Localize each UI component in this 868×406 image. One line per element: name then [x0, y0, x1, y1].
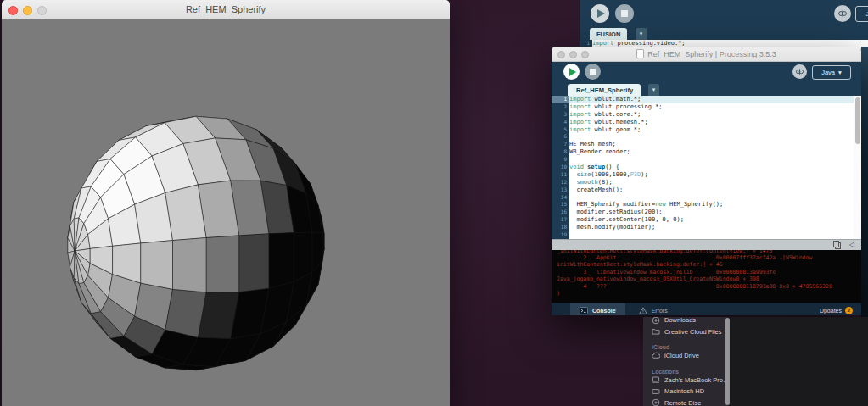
close-button[interactable] [8, 6, 18, 15]
sidebar-item-icloud-drive[interactable]: iCloud Drive [643, 350, 728, 362]
minimize-button[interactable] [569, 51, 577, 58]
line-number: 16 [552, 209, 569, 216]
tab-label: Ref_HEM_Spherify [576, 86, 633, 94]
warning-icon [639, 307, 647, 314]
close-button[interactable] [557, 51, 565, 58]
line-number: 15 [552, 201, 569, 209]
finder-sidebar-list: DownloadsCreative Cloud FilesiCloudiClou… [643, 317, 728, 406]
collapse-console-icon[interactable]: ◁ [849, 240, 854, 250]
message-strip: ◁ [552, 239, 861, 250]
code-line: WB_Render render; [569, 148, 861, 156]
console-output[interactable]: _initWithContentRect:styleMask:backing:d… [552, 250, 861, 303]
run-button[interactable] [563, 64, 580, 80]
code-area[interactable]: import wblut.math.*;import wblut.process… [569, 96, 861, 239]
updates-indicator[interactable]: Updates 2 [820, 303, 853, 315]
debugger-button[interactable] [834, 5, 851, 22]
line-number: 17 [552, 216, 569, 224]
line-number: 12 [552, 179, 569, 186]
code-editor[interactable]: 12345678910111213141516171819 import wbl… [552, 96, 861, 239]
sketch-titlebar[interactable]: Ref_HEM_Spherify [2, 0, 450, 19]
code-line: smooth(8); [569, 179, 861, 186]
console-text: _initWithContentRect:styleMask:backing:d… [552, 250, 861, 297]
line-number: 7 [552, 141, 569, 148]
line-number: 13 [552, 186, 569, 194]
line-number: 6 [552, 133, 569, 141]
tab-fusion[interactable]: FUSION [590, 28, 627, 40]
sidebar-item-macintosh-hd[interactable]: Macintosh HD [643, 386, 728, 398]
ide-window-title: Ref_HEM_Spherify | Processing 3.5.3 [647, 50, 776, 58]
sphere-render [2, 19, 450, 406]
line-number: 9 [552, 156, 569, 164]
minimize-button[interactable] [23, 6, 32, 15]
sidebar-item-label: Zach's MacBook Pro… [664, 376, 728, 384]
code-line [569, 133, 861, 141]
line-number: 8 [552, 148, 569, 156]
sidebar-section-header: Locations [643, 365, 728, 375]
code-line: import wblut.geom.*; [569, 126, 861, 134]
sidebar-item-label: Macintosh HD [664, 387, 704, 395]
disc-icon [652, 398, 660, 406]
line-number: 2 [552, 103, 569, 111]
copy-icon[interactable] [835, 242, 841, 249]
sidebar-scrollbar[interactable] [725, 318, 730, 405]
tab-ref-hem-spherify[interactable]: Ref_HEM_Spherify [568, 84, 641, 96]
line-number-gutter: 12345678910111213141516171819 [552, 96, 569, 239]
processing-ide-window: Ref_HEM_Spherify | Processing 3.5.3 Java… [552, 47, 861, 315]
tab-errors[interactable]: Errors [639, 307, 668, 314]
sketch-canvas [2, 19, 450, 406]
mode-label: Java [821, 69, 835, 76]
code-line: size(1000,1000,P3D); [569, 171, 861, 179]
sidebar-item-remote-disc[interactable]: Remote Disc [643, 398, 728, 406]
ide-footer: Console Errors Updates 2 [552, 303, 861, 315]
cloud-icon [652, 352, 660, 360]
debugger-bug-icon [795, 67, 804, 76]
screen: Java▾ FUSION ▾ 12 import processing.vide… [0, 0, 868, 406]
download-icon [652, 317, 660, 325]
chevron-down-icon: ▾ [640, 31, 643, 37]
code-line [569, 231, 861, 239]
code-line: import wblut.processing.*; [569, 103, 861, 111]
run-button[interactable] [591, 4, 609, 23]
debugger-button[interactable] [792, 64, 807, 79]
debugger-bug-icon [837, 8, 848, 19]
ide-tabstrip: Ref_HEM_Spherify ▾ [552, 81, 861, 96]
finder-sidebar[interactable]: DownloadsCreative Cloud FilesiCloudiClou… [643, 317, 728, 406]
code-line: HE_Mesh mesh; [569, 141, 861, 148]
finder-window: DownloadsCreative Cloud FilesiCloudiClou… [643, 317, 868, 406]
tab-menu-button[interactable]: ▾ [636, 28, 647, 40]
code-line: createMesh(); [569, 186, 861, 194]
window-shadow-strip [861, 47, 868, 317]
editor-scrollbar[interactable] [854, 96, 861, 239]
tab-menu-button[interactable]: ▾ [648, 84, 659, 96]
mode-selector-button[interactable]: Java▾ [812, 65, 851, 80]
code-line: import wblut.math.*; [569, 96, 861, 103]
ide-titlebar[interactable]: Ref_HEM_Spherify | Processing 3.5.3 [552, 47, 861, 62]
sidebar-section-header: iCloud [643, 341, 728, 350]
line-number: 10 [552, 164, 569, 171]
code-line: mesh.modify(modifier); [569, 224, 861, 231]
tab-label: FUSION [596, 31, 620, 38]
sketch-window: Ref_HEM_Spherify [2, 0, 450, 406]
line-number: 14 [552, 194, 569, 202]
window-controls [557, 51, 589, 58]
console-icon [580, 307, 588, 314]
chevron-down-icon: ▾ [838, 69, 842, 76]
code-line: import wblut.core.*; [569, 111, 861, 119]
sidebar-item-zach-s-macbook-pro-[interactable]: Zach's MacBook Pro… [643, 375, 728, 387]
errors-tab-label: Errors [652, 308, 668, 314]
code-line: modifier.setCenter(100, 0, 0); [569, 216, 861, 224]
mode-selector-button[interactable]: Java▾ [855, 6, 868, 22]
console-tab-label: Console [592, 308, 616, 314]
tab-console[interactable]: Console [570, 303, 625, 315]
scrollbar-thumb[interactable] [855, 97, 860, 144]
folder-icon [652, 327, 660, 336]
sidebar-item-downloads[interactable]: Downloads [643, 317, 728, 326]
code-line [569, 194, 861, 202]
line-number: 4 [552, 119, 569, 126]
sidebar-item-creative-cloud-files[interactable]: Creative Cloud Files [643, 326, 728, 338]
stop-button[interactable] [615, 4, 634, 23]
line-number: 1 [552, 96, 569, 103]
zoom-button-disabled [37, 6, 47, 15]
zoom-button[interactable] [581, 51, 589, 58]
stop-button[interactable] [585, 64, 601, 80]
